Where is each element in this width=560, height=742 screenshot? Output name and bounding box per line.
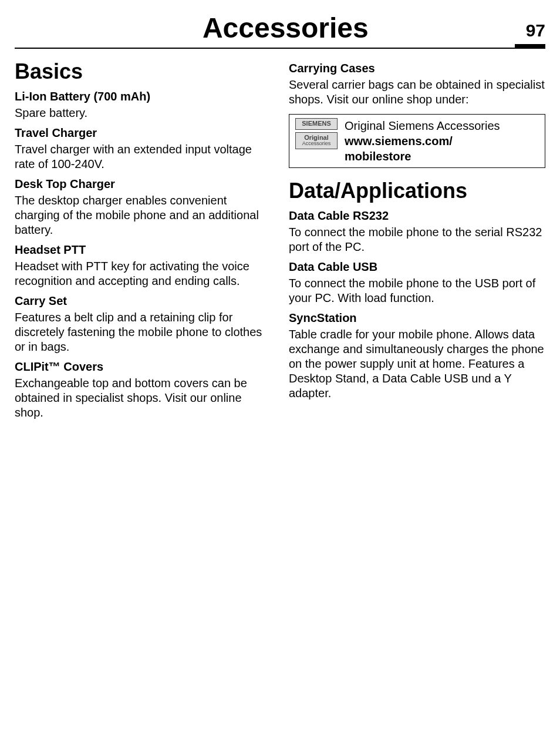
section-basics-title: Basics [15,59,271,84]
section-data-applications-title: Data/Applications [289,179,545,203]
logo-line2: Accessories [298,141,335,146]
page-title: Accessories [45,12,526,44]
body-syncstation: Table cradle for your mobile phone. Allo… [289,327,545,401]
heading-carrying-cases: Carrying Cases [289,62,545,75]
original-accessories-logo: Original Accessories [295,132,338,149]
heading-carry-set: Carry Set [15,294,271,308]
body-clipit-covers: Exchangeable top and bottom covers can b… [15,376,271,420]
promo-url: www.siemens.com/ mobilestore [345,133,500,164]
heading-syncstation: SyncStation [289,311,545,325]
body-desktop-charger: The desktop charger enables convenient c… [15,193,271,237]
heading-desktop-charger: Desk Top Charger [15,177,271,191]
body-data-cable-rs232: To connect the mobile phone to the seria… [289,225,545,254]
heading-data-cable-usb: Data Cable USB [289,260,545,274]
body-carry-set: Features a belt clip and a retaining cli… [15,310,271,354]
promo-box: SIEMENS Original Accessories Original Si… [289,114,545,168]
heading-headset-ptt: Headset PTT [15,243,271,257]
body-headset-ptt: Headset with PTT key for activating the … [15,259,271,288]
page-number: 97 [526,21,545,44]
body-data-cable-usb: To connect the mobile phone to the USB p… [289,276,545,305]
body-battery: Spare battery. [15,106,271,120]
siemens-logo: SIEMENS [295,118,338,130]
page-number-underline [515,44,545,48]
body-carrying-cases: Several carrier bags can be obtained in … [289,78,545,107]
heading-data-cable-rs232: Data Cable RS232 [289,209,545,223]
heading-battery: Li-Ion Battery (700 mAh) [15,90,271,103]
promo-text-line1: Original Siemens Accessories [345,118,500,133]
heading-clipit-covers: CLIPit™ Covers [15,360,271,374]
body-travel-charger: Travel charger with an extended input vo… [15,142,271,172]
heading-travel-charger: Travel Charger [15,126,271,140]
